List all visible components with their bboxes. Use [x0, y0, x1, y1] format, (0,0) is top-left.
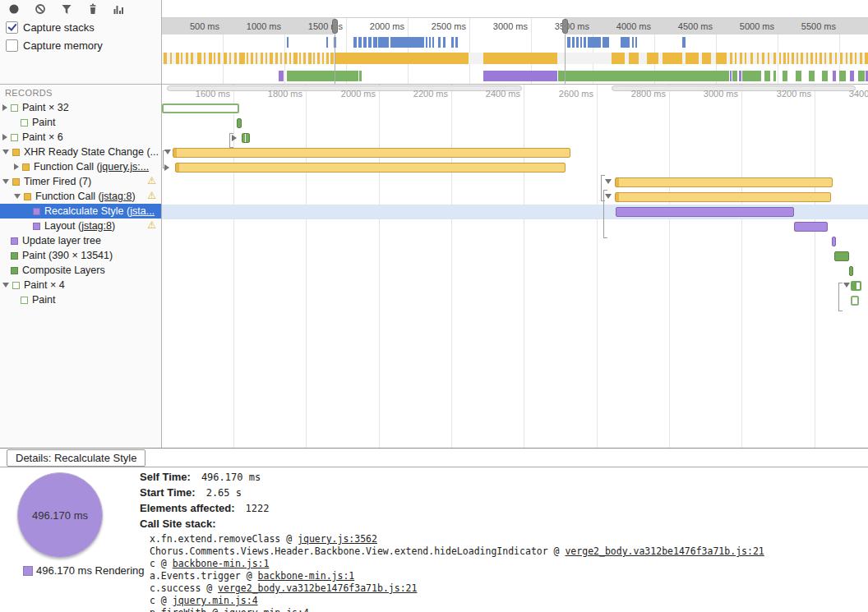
overview-segment — [740, 53, 742, 64]
stack-source-link[interactable]: jquery.min.js:4 — [224, 607, 309, 612]
grid-tick-label: 1800 ms — [253, 89, 302, 99]
disclosure-arrow-icon[interactable] — [2, 283, 9, 288]
timeline-bar-function-call-jquery[interactable] — [175, 163, 566, 173]
graph-disclosure-arrow-icon[interactable] — [232, 135, 237, 141]
record-item-recalculate-style[interactable]: Recalculate Style (jsta... — [0, 204, 161, 219]
record-label: XHR Ready State Change (... — [24, 146, 159, 158]
timeline-bar-composite-layers[interactable] — [849, 266, 853, 276]
stack-source-link[interactable]: backbone-min.js:1 — [173, 558, 270, 569]
grid-tick-label: 2800 ms — [616, 89, 666, 99]
timeline-bar-timer-fired[interactable] — [615, 177, 833, 187]
overview-segment — [322, 53, 324, 64]
capture-memory-checkbox[interactable] — [6, 39, 18, 52]
stack-source-link[interactable]: jquery.min.js:4 — [173, 595, 258, 606]
graph-disclosure-arrow-icon[interactable] — [605, 194, 612, 199]
record-source-link[interactable]: jquery.js:... — [100, 161, 150, 173]
graph-row-function-call-jquery — [162, 160, 868, 175]
record-source-link[interactable]: jstag:8 — [81, 220, 112, 232]
overview-segment — [239, 53, 245, 64]
capture-stacks-checkbox[interactable] — [6, 21, 18, 34]
detail-field-label: Self Time: — [140, 471, 191, 483]
overview-segment — [745, 53, 746, 64]
timeline-bar-update-layer-tree[interactable] — [832, 237, 836, 246]
record-item-paint-child-2[interactable]: Paint — [0, 292, 161, 307]
record-item-paint-child-1[interactable]: Paint — [0, 115, 161, 130]
graph-row-timer-fired — [162, 175, 868, 190]
timeline-bar-paint-x32[interactable] — [162, 104, 239, 113]
timeline-grid[interactable]: 1600 ms1800 ms2000 ms2200 ms2400 ms2600 … — [162, 85, 868, 448]
record-icon[interactable] — [7, 3, 20, 16]
graph-disclosure-arrow-icon[interactable] — [843, 283, 850, 288]
disclosure-arrow-icon[interactable] — [2, 134, 7, 140]
timeline-bar-paint-child-2[interactable] — [851, 296, 859, 306]
record-item-paint-x32[interactable]: Paint × 32 — [0, 100, 161, 115]
disclosure-arrow-icon[interactable] — [2, 150, 9, 154]
trash-icon[interactable] — [86, 3, 99, 16]
overview-segment — [576, 37, 579, 48]
graph-disclosure-arrow-icon[interactable] — [164, 150, 171, 154]
record-label: Layout (jstag:8) — [44, 220, 115, 232]
record-item-function-call-jstag[interactable]: Function Call (jstag:8)⚠ — [0, 189, 161, 204]
record-source-link[interactable]: jsta... — [130, 205, 155, 217]
record-item-composite-layers[interactable]: Composite Layers — [0, 263, 161, 278]
capture-memory-row[interactable]: Capture memory — [0, 36, 161, 54]
disclosure-arrow-icon[interactable] — [14, 194, 21, 199]
stack-source-link[interactable]: jquery.js:3562 — [298, 533, 377, 545]
record-source-link[interactable]: jstag:8 — [102, 191, 132, 202]
timeline-bar-paint-390x13541[interactable] — [834, 251, 849, 261]
disclosure-arrow-icon[interactable] — [14, 163, 19, 170]
overview-segment — [197, 53, 201, 64]
overview-segment — [824, 53, 826, 64]
graph-disclosure-arrow-icon[interactable] — [605, 179, 612, 184]
records-sidebar: RECORDS Paint × 32PaintPaint × 6XHR Read… — [0, 85, 161, 448]
record-item-update-layer-tree[interactable]: Update layer tree — [0, 233, 161, 248]
grid-tick-label: 3400 ms — [834, 89, 868, 99]
record-item-layout[interactable]: Layout (jstag:8)⚠ — [0, 219, 161, 233]
overview-segment — [702, 53, 711, 64]
filter-icon[interactable] — [60, 3, 72, 16]
record-item-function-call-jquery[interactable]: Function Call (jquery.js:... — [0, 159, 161, 174]
record-item-timer-fired[interactable]: Timer Fired (7)⚠ — [0, 174, 161, 189]
graph-rows — [162, 101, 868, 308]
stack-frame: x.fn.extend.removeClass @ jquery.js:3562 — [150, 533, 868, 545]
detail-field-label: Start Time: — [140, 486, 196, 499]
record-item-paint-x6[interactable]: Paint × 6 — [0, 130, 161, 145]
timeline-bar-paint-child-1[interactable] — [237, 118, 242, 128]
frames-chart-icon[interactable] — [113, 3, 125, 16]
timeline-bar-paint-x6[interactable] — [242, 133, 250, 143]
graph-row-paint-x6 — [162, 131, 868, 145]
record-label: Update layer tree — [22, 235, 101, 246]
overview-tick-label: 4500 ms — [663, 21, 713, 31]
graph-row-composite-layers — [162, 264, 868, 278]
graph-disclosure-arrow-icon[interactable] — [164, 164, 169, 171]
timeline-bar-recalculate-style[interactable] — [616, 207, 794, 217]
stack-source-link[interactable]: verge2_body.va312be1476f3a71b.js:21 — [218, 582, 417, 594]
stack-source-link[interactable]: backbone-min.js:1 — [258, 570, 355, 582]
stack-source-link[interactable]: verge2_body.va312be1476f3a71b.js:21 — [565, 545, 764, 557]
block-icon[interactable] — [34, 3, 46, 16]
record-item-xhr-ready-state-change[interactable]: XHR Ready State Change (... — [0, 145, 161, 159]
disclosure-arrow-icon[interactable] — [2, 104, 7, 111]
timeline-bar-paint-x4[interactable] — [851, 281, 861, 291]
details-tab[interactable]: Details: Recalculate Style — [7, 449, 145, 467]
capture-stacks-row[interactable]: Capture stacks — [0, 18, 161, 36]
green-hollow-record-icon — [21, 119, 28, 127]
overview-window-handle[interactable] — [562, 19, 568, 34]
timeline-overview[interactable]: 500 ms1000 ms1500 ms2000 ms2500 ms3000 m… — [162, 17, 868, 85]
orange-record-icon — [22, 163, 30, 171]
stack-function-name: a.Events.trigger — [150, 570, 241, 582]
overview-window-handle[interactable] — [332, 19, 338, 34]
timeline-bar-layout[interactable] — [794, 222, 828, 232]
orange-record-icon — [12, 149, 20, 156]
stack-function-name: c.success — [150, 582, 201, 594]
timeline-right-panel: 500 ms1000 ms1500 ms2000 ms2500 ms3000 m… — [162, 0, 868, 448]
overview-segment — [214, 53, 215, 64]
overview-segment — [438, 37, 441, 48]
timeline-bar-function-call-jstag[interactable] — [615, 192, 831, 202]
record-item-paint-x4[interactable]: Paint × 4 — [0, 278, 161, 292]
details-body: 496.170 ms 496.170 ms Rendering Self Tim… — [0, 467, 868, 612]
overview-segment — [682, 37, 686, 48]
record-item-paint-390x13541[interactable]: Paint (390 × 13541) — [0, 248, 161, 263]
disclosure-arrow-icon[interactable] — [2, 179, 9, 184]
timeline-bar-xhr-ready-state-change[interactable] — [173, 148, 570, 158]
